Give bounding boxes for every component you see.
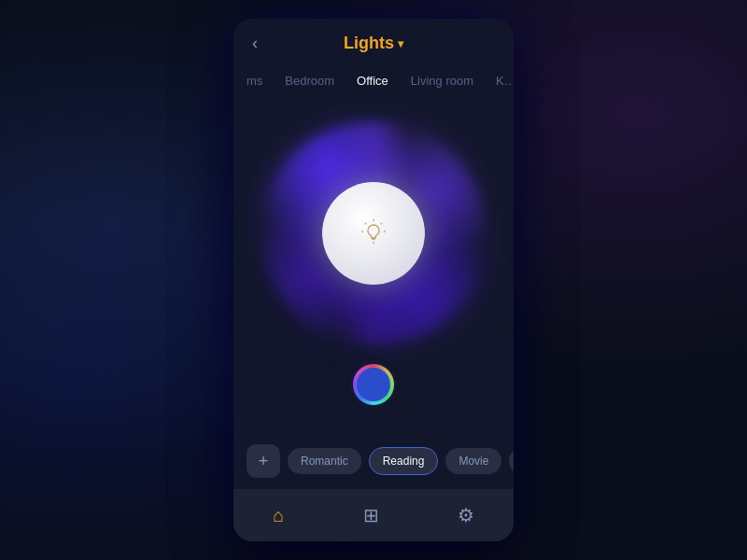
tab-office[interactable]: Office	[353, 68, 392, 93]
back-button[interactable]: ‹	[252, 34, 258, 53]
svg-point-2	[361, 230, 363, 231]
home-icon: ⌂	[273, 505, 284, 526]
bulb-icon	[359, 217, 388, 251]
scene-pill-reading[interactable]: Reading	[369, 447, 439, 475]
tab-kitchen[interactable]: K…	[492, 68, 514, 93]
svg-point-5	[380, 222, 382, 224]
header: ‹ Lights ▾	[233, 19, 514, 68]
settings-icon: ⚙	[458, 504, 474, 526]
add-scene-button[interactable]: +	[247, 444, 280, 478]
color-picker-row	[353, 364, 394, 405]
tab-living-room[interactable]: Living room	[407, 68, 477, 93]
tab-rooms[interactable]: ms	[243, 68, 266, 93]
svg-point-0	[373, 218, 374, 220]
nav-item-home[interactable]: ⌂	[258, 497, 299, 534]
svg-point-4	[364, 222, 366, 224]
add-icon: +	[259, 452, 269, 471]
scenes-row: + Romantic Reading Movie Goi…	[233, 433, 514, 489]
title-dropdown-arrow[interactable]: ▾	[398, 37, 403, 50]
tab-bedroom[interactable]: Bedroom	[281, 68, 338, 93]
nav-item-grid[interactable]: ⊞	[348, 497, 394, 534]
light-orb-container	[261, 121, 486, 345]
color-wheel[interactable]	[353, 364, 394, 405]
bottom-nav: ⌂ ⊞ ⚙	[233, 489, 514, 541]
svg-point-3	[384, 230, 386, 231]
grid-icon: ⊞	[363, 504, 379, 526]
nav-item-settings[interactable]: ⚙	[443, 497, 489, 534]
phone-container: ‹ Lights ▾ ms Bedroom Office Living room…	[233, 19, 514, 541]
light-toggle-orb[interactable]	[322, 182, 425, 285]
page-title: Lights ▾	[344, 34, 403, 53]
scene-pill-movie[interactable]: Movie	[445, 448, 501, 474]
svg-point-1	[373, 241, 374, 243]
main-content	[233, 93, 514, 433]
title-text: Lights	[344, 34, 394, 53]
room-tabs: ms Bedroom Office Living room K…	[233, 68, 514, 93]
scene-pill-romantic[interactable]: Romantic	[288, 448, 361, 474]
scene-pill-going[interactable]: Goi…	[509, 448, 514, 474]
